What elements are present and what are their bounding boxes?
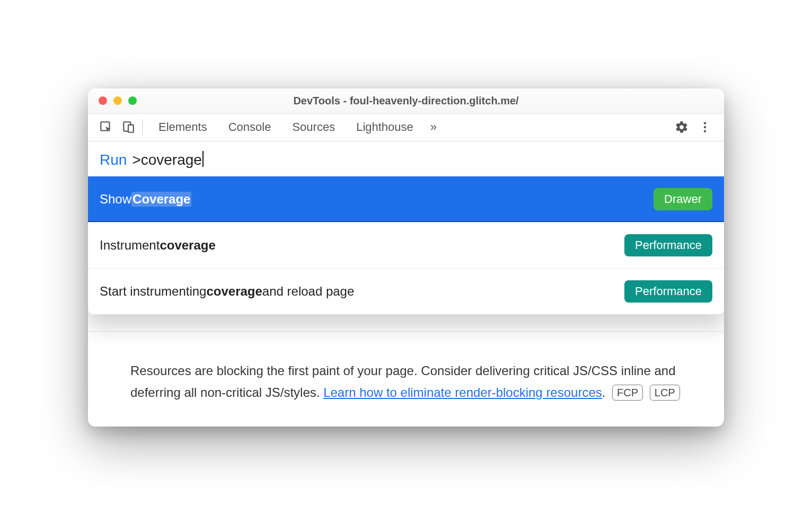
- hint-text-tail: .: [602, 385, 606, 399]
- svg-point-3: [704, 122, 706, 124]
- suggestion-start-instrumenting-coverage[interactable]: Start instrumenting coverage and reload …: [88, 268, 724, 314]
- traffic-lights: [88, 96, 137, 105]
- command-menu-input-row[interactable]: Run >coverage: [88, 141, 724, 176]
- svg-point-4: [704, 126, 706, 128]
- tab-console[interactable]: Console: [228, 120, 271, 134]
- metric-chip-fcp: FCP: [612, 385, 643, 401]
- divider: [142, 119, 143, 135]
- window-title: DevTools - foul-heavenly-direction.glitc…: [88, 95, 724, 107]
- suggestion-tag-drawer: Drawer: [654, 188, 712, 210]
- command-menu-prefix: Run: [100, 152, 127, 168]
- suggestion-label: Start instrumenting coverage and reload …: [100, 284, 354, 299]
- settings-gear-icon[interactable]: [671, 117, 692, 138]
- device-toolbar-icon[interactable]: [118, 117, 139, 138]
- suggestion-instrument-coverage[interactable]: Instrument coverage Performance: [88, 222, 724, 268]
- metric-chip-lcp: LCP: [650, 385, 680, 401]
- zoom-window-button[interactable]: [128, 96, 137, 105]
- more-tabs-icon[interactable]: »: [430, 120, 437, 134]
- close-window-button[interactable]: [99, 96, 107, 105]
- tab-elements[interactable]: Elements: [158, 120, 207, 134]
- tab-lighthouse[interactable]: Lighthouse: [356, 120, 413, 134]
- command-menu-suggestions: Show Coverage Drawer Instrument coverage…: [88, 176, 724, 314]
- panel-tabs: Elements Console Sources Lighthouse: [158, 120, 413, 134]
- inspect-element-icon[interactable]: [95, 117, 117, 138]
- devtools-toolbar: Elements Console Sources Lighthouse »: [88, 114, 724, 141]
- command-menu-query: >coverage: [132, 151, 204, 168]
- audit-hint: Resources are blocking the first paint o…: [88, 331, 724, 427]
- minimize-window-button[interactable]: [113, 96, 122, 105]
- text-caret: [202, 151, 204, 167]
- learn-more-link[interactable]: Learn how to eliminate render-blocking r…: [323, 385, 602, 399]
- suggestion-tag-performance: Performance: [624, 280, 712, 303]
- titlebar: DevTools - foul-heavenly-direction.glitc…: [88, 88, 724, 114]
- suggestion-label: Instrument coverage: [100, 238, 216, 253]
- svg-rect-2: [128, 125, 134, 132]
- suggestion-label: Show Coverage: [100, 192, 191, 207]
- svg-point-5: [704, 130, 706, 132]
- suggestion-show-coverage[interactable]: Show Coverage Drawer: [88, 176, 724, 222]
- tab-sources[interactable]: Sources: [292, 120, 335, 134]
- devtools-window: DevTools - foul-heavenly-direction.glitc…: [88, 88, 724, 427]
- suggestion-tag-performance: Performance: [624, 234, 712, 256]
- kebab-menu-icon[interactable]: [694, 117, 716, 138]
